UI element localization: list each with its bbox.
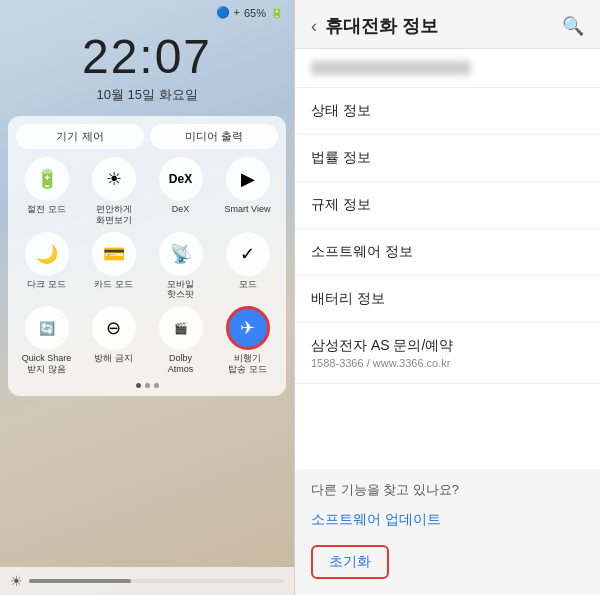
mode-icon: ✓	[226, 232, 270, 276]
status-icons: 🔵 +	[216, 6, 239, 19]
dot-3	[154, 383, 159, 388]
quick-share-label: Quick Share받지 않음	[22, 353, 72, 375]
back-button[interactable]: ‹	[311, 16, 317, 37]
dot-1	[136, 383, 141, 388]
looking-section: 다른 기능을 찾고 있나요? 소프트웨어 업데이트	[295, 469, 600, 537]
hotspot-icon: 📡	[159, 232, 203, 276]
card-mode-label: 카드 모드	[94, 279, 133, 290]
menu-item-status-label: 상태 정보	[311, 102, 584, 120]
quick-top-buttons: 기기 제어 미디어 출력	[16, 124, 278, 149]
reset-button[interactable]: 초기화	[311, 545, 389, 579]
comfort-icon: ☀	[92, 157, 136, 201]
device-name-row	[295, 49, 600, 88]
smart-view-icon: ▶	[226, 157, 270, 201]
software-update-link[interactable]: 소프트웨어 업데이트	[311, 507, 584, 533]
dolby-icon: 🎬	[159, 306, 203, 350]
brightness-fill	[29, 579, 131, 583]
dark-mode-icon: 🌙	[25, 232, 69, 276]
power-save-label: 절전 모드	[27, 204, 66, 215]
page-dots	[16, 383, 278, 388]
toggle-airplane[interactable]: ✈ 비행기탑송 모드	[217, 306, 278, 375]
menu-item-software-info-label: 소프트웨어 정보	[311, 243, 584, 261]
hotspot-label: 모바일핫스팟	[167, 279, 194, 301]
mode-label: 모드	[239, 279, 257, 290]
quick-share-icon: 🔄	[25, 306, 69, 350]
toggle-card-mode[interactable]: 💳 카드 모드	[83, 232, 144, 301]
menu-item-software-info[interactable]: 소프트웨어 정보	[295, 229, 600, 276]
menu-item-legal-label: 법률 정보	[311, 149, 584, 167]
menu-list: 상태 정보 법률 정보 규제 정보 소프트웨어 정보 배터리 정보 삼성전자 A…	[295, 88, 600, 469]
menu-item-samsung-as[interactable]: 삼성전자 AS 문의/예약 1588-3366 / www.3366.co.kr	[295, 323, 600, 384]
dnd-icon: ⊖	[92, 306, 136, 350]
toggle-hotspot[interactable]: 📡 모바일핫스팟	[150, 232, 211, 301]
menu-item-samsung-as-sub: 1588-3366 / www.3366.co.kr	[311, 357, 584, 369]
dark-mode-label: 다크 모드	[27, 279, 66, 290]
airplane-label: 비행기탑송 모드	[228, 353, 267, 375]
device-control-btn[interactable]: 기기 제어	[16, 124, 144, 149]
toggle-dnd[interactable]: ⊖ 방해 금지	[83, 306, 144, 375]
brightness-slider[interactable]	[29, 579, 284, 583]
battery-icon: 🔋	[270, 6, 284, 19]
time-display: 22:07 10월 15일 화요일	[0, 29, 294, 104]
phone-screen: 🔵 + 65% 🔋 22:07 10월 15일 화요일 기기 제어 미디어 출력…	[0, 0, 295, 595]
menu-item-status[interactable]: 상태 정보	[295, 88, 600, 135]
menu-item-samsung-as-label: 삼성전자 AS 문의/예약	[311, 337, 584, 355]
settings-title: 휴대전화 정보	[325, 14, 562, 38]
status-bar: 🔵 + 65% 🔋	[0, 0, 294, 21]
comfort-label: 편안하게화면보기	[96, 204, 132, 226]
toggle-dex[interactable]: DeX DeX	[150, 157, 211, 226]
reset-btn-container: 초기화	[295, 537, 600, 595]
settings-header: ‹ 휴대전화 정보 🔍	[295, 0, 600, 49]
toggle-grid: 🔋 절전 모드 ☀ 편안하게화면보기 DeX DeX ▶ Smart View …	[16, 157, 278, 375]
settings-panel: ‹ 휴대전화 정보 🔍 상태 정보 법률 정보 규제 정보 소프트웨어 정보 배…	[295, 0, 600, 595]
smart-view-label: Smart View	[225, 204, 271, 215]
dolby-label: DolbyAtmos	[168, 353, 194, 375]
clock-time: 22:07	[0, 29, 294, 84]
toggle-dark-mode[interactable]: 🌙 다크 모드	[16, 232, 77, 301]
toggle-mode[interactable]: ✓ 모드	[217, 232, 278, 301]
settings-search-button[interactable]: 🔍	[562, 15, 584, 37]
toggle-dolby[interactable]: 🎬 DolbyAtmos	[150, 306, 211, 375]
toggle-power-save[interactable]: 🔋 절전 모드	[16, 157, 77, 226]
toggle-quick-share[interactable]: 🔄 Quick Share받지 않음	[16, 306, 77, 375]
clock-date: 10월 15일 화요일	[0, 86, 294, 104]
dex-label: DeX	[172, 204, 190, 215]
toggle-smart-view[interactable]: ▶ Smart View	[217, 157, 278, 226]
brightness-icon: ☀	[10, 573, 23, 589]
power-save-icon: 🔋	[25, 157, 69, 201]
looking-title: 다른 기능을 찾고 있나요?	[311, 481, 584, 499]
menu-item-legal[interactable]: 법률 정보	[295, 135, 600, 182]
menu-item-regulatory-label: 규제 정보	[311, 196, 584, 214]
dnd-label: 방해 금지	[94, 353, 133, 364]
bottom-bar: ☀	[0, 567, 294, 595]
dot-2	[145, 383, 150, 388]
airplane-icon: ✈	[226, 306, 270, 350]
menu-item-regulatory[interactable]: 규제 정보	[295, 182, 600, 229]
quick-panel: 기기 제어 미디어 출력 🔋 절전 모드 ☀ 편안하게화면보기 DeX DeX …	[8, 116, 286, 396]
card-mode-icon: 💳	[92, 232, 136, 276]
dex-icon: DeX	[159, 157, 203, 201]
menu-item-battery-info-label: 배터리 정보	[311, 290, 584, 308]
menu-item-battery-info[interactable]: 배터리 정보	[295, 276, 600, 323]
media-output-btn[interactable]: 미디어 출력	[150, 124, 278, 149]
battery-level: 65%	[244, 7, 266, 19]
toggle-comfort[interactable]: ☀ 편안하게화면보기	[83, 157, 144, 226]
device-name-blurred	[311, 61, 471, 75]
